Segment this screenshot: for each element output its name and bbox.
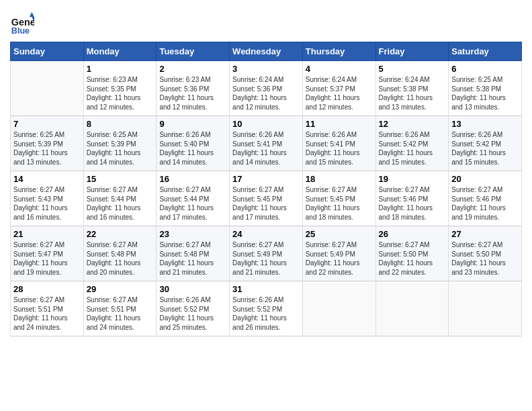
sunrise-label: Sunrise: 6:27 AM [13,296,64,304]
calendar-cell: 20Sunrise: 6:27 AMSunset: 5:46 PMDayligh… [449,171,522,226]
day-info: Sunrise: 6:24 AMSunset: 5:37 PMDaylight:… [306,75,373,111]
day-info: Sunrise: 6:26 AMSunset: 5:41 PMDaylight:… [232,130,300,167]
day-number: 28 [13,284,81,294]
sunset-label: Sunset: 5:51 PM [13,306,63,313]
sunset-label: Sunset: 5:52 PM [159,306,209,313]
daylight-label: Daylight: 11 hours and 16 minutes. [13,204,68,221]
day-number: 2 [159,64,226,74]
calendar-cell: 31Sunrise: 6:26 AMSunset: 5:52 PMDayligh… [230,281,303,336]
daylight-label: Daylight: 11 hours and 15 minutes. [379,149,433,166]
sunset-label: Sunset: 5:36 PM [232,85,282,93]
calendar-cell: 3Sunrise: 6:24 AMSunset: 5:36 PMDaylight… [230,61,303,116]
svg-text:General: General [11,17,34,28]
sunrise-label: Sunrise: 6:27 AM [87,241,138,248]
day-info: Sunrise: 6:27 AMSunset: 5:46 PMDaylight:… [451,185,519,222]
header: General Blue [10,7,522,36]
calendar-cell: 26Sunrise: 6:27 AMSunset: 5:50 PMDayligh… [375,226,449,281]
sunrise-label: Sunrise: 6:27 AM [379,186,430,193]
calendar-cell [449,281,522,336]
calendar-cell: 13Sunrise: 6:26 AMSunset: 5:42 PMDayligh… [449,116,522,171]
day-info: Sunrise: 6:27 AMSunset: 5:48 PMDaylight:… [159,240,226,277]
day-number: 19 [379,174,446,184]
calendar-cell: 6Sunrise: 6:25 AMSunset: 5:38 PMDaylight… [449,61,522,116]
day-number: 17 [232,174,300,184]
sunrise-label: Sunrise: 6:27 AM [87,296,138,304]
calendar-header-row: SundayMondayTuesdayWednesdayThursdayFrid… [11,42,522,61]
sunrise-label: Sunrise: 6:26 AM [232,131,283,138]
day-number: 6 [451,64,519,74]
sunset-label: Sunset: 5:46 PM [379,195,429,203]
sunrise-label: Sunrise: 6:27 AM [379,241,430,248]
daylight-label: Daylight: 11 hours and 26 minutes. [232,314,287,331]
day-number: 26 [379,229,446,239]
daylight-label: Daylight: 11 hours and 12 minutes. [232,94,287,111]
day-number: 25 [306,229,373,239]
day-number: 12 [379,119,446,129]
day-number: 29 [87,284,154,294]
sunset-label: Sunset: 5:47 PM [13,250,63,258]
calendar-cell: 14Sunrise: 6:27 AMSunset: 5:43 PMDayligh… [11,171,84,226]
sunset-label: Sunset: 5:48 PM [87,250,136,258]
calendar-week-row: 28Sunrise: 6:27 AMSunset: 5:51 PMDayligh… [11,281,522,336]
day-number: 15 [87,174,154,184]
day-number: 14 [13,174,81,184]
day-number: 3 [232,64,300,74]
logo-icon: General Blue [10,12,34,36]
calendar-week-row: 7Sunrise: 6:25 AMSunset: 5:39 PMDaylight… [11,116,522,171]
sunset-label: Sunset: 5:42 PM [451,140,501,148]
sunrise-label: Sunrise: 6:27 AM [232,241,283,248]
day-number: 31 [232,284,300,294]
sunset-label: Sunset: 5:44 PM [87,195,136,203]
svg-marker-2 [30,12,34,17]
sunset-label: Sunset: 5:45 PM [306,195,355,203]
sunset-label: Sunset: 5:50 PM [379,250,429,258]
day-number: 4 [306,64,373,74]
day-info: Sunrise: 6:27 AMSunset: 5:45 PMDaylight:… [232,185,300,222]
sunrise-label: Sunrise: 6:26 AM [306,131,357,138]
day-number: 16 [159,174,226,184]
calendar-week-row: 1Sunrise: 6:23 AMSunset: 5:35 PMDaylight… [11,61,522,116]
calendar-cell: 2Sunrise: 6:23 AMSunset: 5:36 PMDaylight… [157,61,230,116]
daylight-label: Daylight: 11 hours and 19 minutes. [13,259,68,276]
calendar-cell: 22Sunrise: 6:27 AMSunset: 5:48 PMDayligh… [83,226,157,281]
sunrise-label: Sunrise: 6:27 AM [451,241,502,248]
sunset-label: Sunset: 5:48 PM [159,250,209,258]
sunrise-label: Sunrise: 6:23 AM [87,76,138,83]
sunrise-label: Sunrise: 6:27 AM [451,186,502,193]
daylight-label: Daylight: 11 hours and 14 minutes. [87,149,141,166]
daylight-label: Daylight: 11 hours and 22 minutes. [306,259,360,276]
day-info: Sunrise: 6:26 AMSunset: 5:52 PMDaylight:… [159,295,226,332]
day-number: 10 [232,119,300,129]
day-info: Sunrise: 6:26 AMSunset: 5:42 PMDaylight:… [379,130,446,167]
daylight-label: Daylight: 11 hours and 12 minutes. [306,94,360,111]
calendar-cell: 27Sunrise: 6:27 AMSunset: 5:50 PMDayligh… [449,226,522,281]
day-info: Sunrise: 6:27 AMSunset: 5:48 PMDaylight:… [87,240,154,277]
calendar-cell: 18Sunrise: 6:27 AMSunset: 5:45 PMDayligh… [302,171,375,226]
sunrise-label: Sunrise: 6:27 AM [13,186,64,193]
daylight-label: Daylight: 11 hours and 20 minutes. [87,259,141,276]
daylight-label: Daylight: 11 hours and 17 minutes. [159,204,214,221]
calendar-cell: 28Sunrise: 6:27 AMSunset: 5:51 PMDayligh… [11,281,84,336]
daylight-label: Daylight: 11 hours and 18 minutes. [306,204,360,221]
calendar-cell: 7Sunrise: 6:25 AMSunset: 5:39 PMDaylight… [11,116,84,171]
day-info: Sunrise: 6:27 AMSunset: 5:49 PMDaylight:… [306,240,373,277]
daylight-label: Daylight: 11 hours and 19 minutes. [451,204,506,221]
daylight-label: Daylight: 11 hours and 25 minutes. [159,314,214,331]
sunrise-label: Sunrise: 6:24 AM [232,76,283,83]
sunrise-label: Sunrise: 6:27 AM [87,186,138,193]
day-number: 1 [87,64,154,74]
header-day-monday: Monday [83,42,157,61]
sunrise-label: Sunrise: 6:26 AM [159,296,210,304]
calendar-cell [302,281,375,336]
sunset-label: Sunset: 5:38 PM [451,85,501,93]
daylight-label: Daylight: 11 hours and 24 minutes. [13,314,68,331]
calendar-cell: 10Sunrise: 6:26 AMSunset: 5:41 PMDayligh… [230,116,303,171]
daylight-label: Daylight: 11 hours and 13 minutes. [451,94,506,111]
day-info: Sunrise: 6:25 AMSunset: 5:38 PMDaylight:… [451,75,519,111]
sunset-label: Sunset: 5:49 PM [232,250,282,258]
daylight-label: Daylight: 11 hours and 16 minutes. [87,204,141,221]
day-info: Sunrise: 6:27 AMSunset: 5:44 PMDaylight:… [159,185,226,222]
sunset-label: Sunset: 5:35 PM [87,85,136,93]
sunrise-label: Sunrise: 6:26 AM [379,131,430,138]
daylight-label: Daylight: 11 hours and 22 minutes. [379,259,433,276]
